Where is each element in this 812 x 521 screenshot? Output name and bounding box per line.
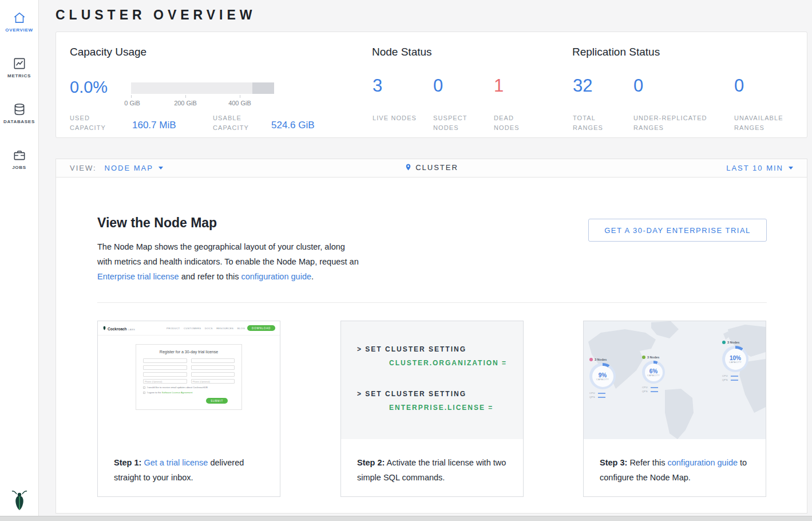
live-nodes-label: LIVE NODES (373, 113, 418, 123)
cluster-summary-card: Capacity Usage 0.0% 0 GiB 200 GiB 400 Gi… (56, 31, 807, 138)
mini-site-logo: Cockroach LABS (102, 325, 135, 331)
step2-card: > SET CLUSTER SETTING CLUSTER.ORGANIZATI… (340, 321, 524, 497)
description-text: and refer to this (181, 272, 239, 281)
step1-label: Step 1: (114, 458, 141, 467)
step1-screenshot: Cockroach LABS PRODUCT CUSTOMERS DOCS RE… (98, 321, 280, 439)
mini-form-checkbox-row: I agree to the Software License Agreemen… (143, 391, 235, 394)
mini-form-input-phone: Phone (Optional) (143, 379, 187, 384)
view-toolbar: VIEW: NODE MAP CLUSTER LAST 10 MIN (56, 159, 807, 177)
configuration-guide-link[interactable]: configuration guide (667, 458, 738, 467)
mini-checkbox-label: I would like to receive email updates ab… (147, 386, 208, 389)
usable-capacity-value: 524.6 GiB (271, 120, 315, 131)
capacity-tick (240, 95, 240, 98)
capacity-donut: 9% CAPACITY (589, 363, 616, 389)
capacity-bar-segment (252, 82, 274, 94)
section-divider (97, 302, 767, 303)
sidebar-item-overview[interactable]: OVERVIEW (0, 10, 38, 33)
capacity-tick-label: 400 GiB (228, 100, 251, 106)
chevron-down-icon (789, 167, 793, 169)
step3-card: 3 Nodes 9% CAPACITY CPU QPS (583, 321, 766, 497)
step2-caption: Step 2: Activate the trial license with … (341, 439, 523, 485)
mini-site-header: Cockroach LABS PRODUCT CUSTOMERS DOCS RE… (98, 321, 280, 336)
region-capacity-label: CAPACITY (729, 361, 742, 364)
capacity-tick (185, 95, 186, 98)
region-stats: CPU QPS (642, 386, 665, 393)
cluster-overview-page: OVERVIEW METRICS DATABASES JOBS (0, 0, 812, 521)
mini-form-input (191, 372, 235, 377)
step3-label: Step 3: (600, 458, 627, 467)
get-enterprise-trial-button[interactable]: GET A 30-DAY ENTERPRISE TRIAL (588, 219, 767, 242)
node-map-description: The Node Map shows the geographical layo… (97, 239, 362, 284)
dead-nodes-value: 1 (494, 76, 504, 96)
checkbox-icon (143, 386, 145, 389)
total-ranges-value: 32 (573, 76, 592, 96)
capacity-usage-title: Capacity Usage (70, 46, 146, 58)
region-stats: CPU QPS (589, 392, 616, 398)
under-replicated-ranges-value: 0 (633, 76, 643, 96)
cockroach-bug-icon (102, 325, 106, 330)
dead-nodes-label: DEAD NODES (494, 113, 540, 133)
step3-text: Refer this (629, 458, 665, 467)
step3-node-map-preview: 3 Nodes 9% CAPACITY CPU QPS (584, 321, 766, 439)
mini-form-submit-row: SUBMIT (143, 398, 235, 404)
locality-dot-icon (642, 356, 645, 359)
cluster-breadcrumb: CLUSTER (56, 163, 807, 173)
cluster-breadcrumb-label: CLUSTER (415, 163, 458, 172)
step2-code-block: > SET CLUSTER SETTING CLUSTER.ORGANIZATI… (341, 321, 523, 439)
sidebar-item-metrics[interactable]: METRICS (0, 56, 38, 78)
mini-download-button: DOWNLOAD (247, 325, 275, 331)
replication-status-title: Replication Status (572, 46, 660, 58)
capacity-bar (131, 82, 274, 94)
checkbox-icon (143, 392, 145, 394)
sidebar-item-jobs[interactable]: JOBS (0, 148, 38, 170)
view-label: VIEW: (70, 164, 97, 172)
sidebar-item-databases[interactable]: DATABASES (0, 102, 38, 124)
horizontal-scrollbar[interactable] (0, 516, 812, 521)
time-range-dropdown[interactable]: LAST 10 MIN (726, 164, 793, 172)
region-capacity-percent: 6% (647, 368, 660, 374)
node-map-title: View the Node Map (97, 215, 217, 231)
mini-trial-form: Register for a 30-day trial license Phon… (136, 344, 242, 410)
mini-form-title: Register for a 30-day trial license (143, 350, 235, 354)
mini-form-input (191, 358, 235, 363)
mini-form-input (143, 358, 187, 363)
locality-dot-icon (722, 341, 726, 344)
page-title: CLUSTER OVERVIEW (56, 7, 256, 23)
mini-form-input-phone: Phone (Optional) (191, 379, 235, 384)
time-range-value: LAST 10 MIN (726, 164, 783, 172)
databases-icon (12, 102, 27, 117)
map-region-3: 3 Nodes 10% CAPACITY CPU QPS (722, 341, 748, 381)
mini-submit-button: SUBMIT (206, 398, 228, 404)
region-capacity-percent: 9% (596, 372, 609, 378)
get-trial-license-link[interactable]: Get a trial license (144, 458, 208, 467)
configuration-guide-link[interactable]: configuration guide (241, 272, 311, 281)
sql-prompt: > SET CLUSTER SETTING (357, 390, 466, 398)
suspect-nodes-label: SUSPECT NODES (433, 113, 479, 133)
view-selector-value: NODE MAP (105, 164, 153, 172)
unavailable-ranges-value: 0 (734, 76, 744, 96)
region-nodes-label: 3 Nodes (647, 356, 659, 359)
sidebar: OVERVIEW METRICS DATABASES JOBS (0, 0, 39, 521)
enterprise-trial-license-link[interactable]: Enterprise trial license (97, 272, 179, 281)
metrics-icon (12, 56, 27, 71)
capacity-tick-label: 0 GiB (124, 100, 140, 106)
mini-form-checkbox-row: I would like to receive email updates ab… (143, 386, 235, 389)
mini-form-fields: Phone (Optional) Phone (Optional) (143, 358, 235, 384)
mini-form-input (191, 365, 235, 370)
sql-prompt: > SET CLUSTER SETTING (357, 345, 466, 353)
capacity-donut: 10% CAPACITY (722, 346, 748, 372)
mini-site-brand-suffix: LABS (128, 328, 136, 331)
mini-site-brand: Cockroach (108, 327, 127, 331)
mini-checkbox-label: I agree to the Software License Agreemen… (147, 391, 192, 394)
locality-dot-icon (589, 358, 593, 361)
unavailable-ranges-label: UNAVAILABLE RANGES (734, 113, 797, 133)
capacity-donut: 6% CAPACITY (642, 361, 665, 384)
sidebar-item-label: OVERVIEW (0, 27, 38, 33)
map-region-2: 3 Nodes 6% CAPACITY CPU QPS (642, 356, 665, 393)
view-selector-dropdown[interactable]: NODE MAP (105, 164, 163, 172)
sql-setting: ENTERPRISE.LICENSE = (389, 404, 493, 412)
map-region-1: 3 Nodes 9% CAPACITY CPU QPS (589, 358, 616, 398)
region-capacity-percent: 10% (729, 355, 742, 361)
used-capacity-value: 160.7 MiB (132, 120, 176, 131)
sql-setting: CLUSTER.ORGANIZATION = (389, 359, 507, 367)
